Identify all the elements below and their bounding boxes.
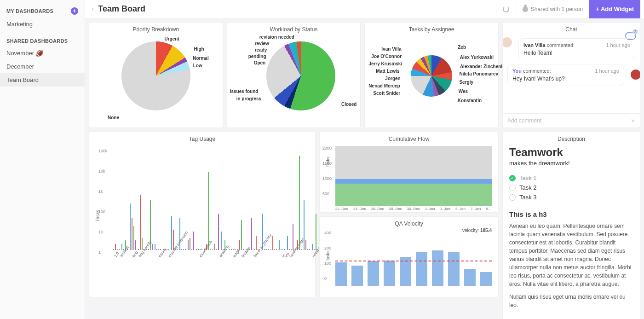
- lbl-wes: Wes: [459, 89, 468, 94]
- xtick: 30. Dec: [407, 207, 420, 211]
- priority-breakdown-card: Priority Breakdown Urgent High Normal Lo…: [89, 22, 223, 128]
- back-button[interactable]: ‹: [89, 6, 96, 12]
- shared-with-button[interactable]: Shared with 1 person: [516, 0, 589, 18]
- sidebar: MY DASHBOARDS + Marketing SHARED DASHBOA…: [0, 0, 85, 319]
- my-dashboards-header: MY DASHBOARDS +: [0, 5, 85, 17]
- refresh-button[interactable]: [496, 0, 516, 18]
- tag-bar: [115, 244, 116, 250]
- ytick: 200: [324, 246, 331, 250]
- lbl-alex: Alex Yurkowski: [460, 55, 494, 60]
- lbl-konst: Konstantin: [458, 98, 482, 103]
- qa-bar: [448, 252, 460, 286]
- ytick: 1000: [322, 176, 332, 181]
- refresh-icon: [503, 6, 509, 12]
- ytick: 100: [98, 209, 105, 214]
- send-icon[interactable]: ➤: [631, 117, 635, 124]
- ytick: 100: [324, 261, 331, 266]
- ytick: 1k: [98, 189, 103, 194]
- task-label: Task 3: [519, 194, 537, 201]
- my-dashboards-label: MY DASHBOARDS: [6, 8, 53, 14]
- checkbox-icon[interactable]: ✓: [509, 175, 516, 181]
- chat-card: Chat Ivan Villa commented:1 hour ago Hel…: [502, 22, 640, 128]
- tag-bar: [133, 226, 134, 250]
- desc-paragraph: Aenean eu leo quam. Pellentesque ornare …: [509, 222, 633, 288]
- tag-bar: [299, 156, 300, 250]
- task-item[interactable]: Task 2: [509, 183, 633, 192]
- tag-bar: [293, 224, 293, 250]
- desc-heading: Teamwork: [509, 146, 633, 159]
- shared-dashboards-header: SHARED DASHBOARDS: [0, 35, 85, 46]
- lbl-jerry: Jerry Krusinski: [368, 61, 402, 66]
- tag-chart: Tasks 100k10k1k100101 1.0anytestbugbug b…: [98, 144, 306, 282]
- task-item[interactable]: ✓Task 1: [509, 173, 633, 183]
- tag-title: Tag Usage: [89, 132, 315, 144]
- workload-status-card: Workload by Status revision needed revie…: [227, 22, 361, 128]
- qa-bar: [416, 252, 427, 286]
- sidebar-item[interactable]: Marketing: [0, 17, 85, 31]
- xtick: 5. Jan: [455, 207, 466, 211]
- lbl-nenad: Nenad Mercep: [368, 83, 400, 88]
- page-title: Team Board: [98, 4, 145, 14]
- qa-title: QA Velocity: [320, 217, 498, 229]
- xtick: 1. Jan: [425, 207, 435, 211]
- tag-bar: [243, 249, 244, 250]
- tag-bar: [138, 249, 139, 250]
- desc-h3: This is a h3: [509, 210, 633, 218]
- main: ‹ Team Board Shared with 1 person + Add …: [85, 0, 644, 319]
- xtick: 7. Jan: [471, 207, 481, 211]
- qa-chart: 4002001000: [335, 231, 492, 286]
- tag-bar: [119, 249, 120, 250]
- add-widget-button[interactable]: + Add Widget: [589, 0, 640, 18]
- lbl-alz: Alexander Zinchenko: [460, 64, 506, 69]
- qa-bar: [368, 261, 379, 286]
- chat-input[interactable]: Add comment ➤: [503, 113, 640, 128]
- qa-velocity-card: QA Velocity velocity: 185.4 Tasks 400200…: [319, 216, 499, 297]
- lbl-ready: ready: [255, 47, 267, 52]
- cumflow-chart: 200015001000500: [335, 146, 492, 206]
- reference-line: [335, 261, 492, 261]
- xtick: 24. Dec: [353, 207, 366, 211]
- ytick: 1: [98, 250, 101, 255]
- chat-time: 1 hour ago: [606, 42, 630, 48]
- cumflow-title: Cumulative Flow: [320, 132, 498, 144]
- sidebar-item[interactable]: November 🏈: [0, 46, 85, 60]
- chat-placeholder: Add comment: [507, 117, 541, 124]
- desc-title: Description: [509, 132, 633, 144]
- tag-bar: [239, 240, 240, 250]
- board: Priority Breakdown Urgent High Normal Lo…: [85, 18, 644, 319]
- priority-pie: [121, 41, 190, 110]
- add-dashboard-button[interactable]: +: [71, 7, 78, 15]
- lbl-open: Open: [254, 60, 266, 65]
- checkbox-icon[interactable]: [509, 185, 516, 191]
- qa-bar: [480, 272, 492, 286]
- cumulative-flow-card: Cumulative Flow Tasks 200015001000500 22…: [319, 132, 499, 213]
- lbl-zeb: Zeb: [458, 45, 466, 50]
- checkbox-icon[interactable]: [509, 194, 516, 201]
- ytick: 10: [98, 230, 103, 234]
- lbl-review: review: [255, 41, 269, 46]
- priority-title: Priority Breakdown: [89, 23, 223, 35]
- task-label: Task 2: [519, 184, 537, 191]
- lbl-progress: in progress: [236, 96, 261, 101]
- sidebar-item[interactable]: Team Board: [0, 73, 85, 87]
- shared-with-label: Shared with 1 person: [531, 6, 583, 12]
- lbl-none: None: [108, 115, 119, 120]
- tag-bar: [130, 203, 131, 250]
- tag-bar: [241, 220, 242, 250]
- lbl-ivan: Ivan Villa: [381, 46, 401, 52]
- ytick: 10k: [98, 169, 105, 174]
- task-label: Task 1: [519, 174, 537, 181]
- ytick: 1500: [322, 161, 332, 166]
- tag-bar: [171, 216, 172, 250]
- tag-bar: [140, 195, 141, 250]
- lbl-sergiy: Sergiy: [459, 80, 473, 85]
- sidebar-item[interactable]: December: [0, 60, 85, 73]
- tag-usage-card: Tag Usage Tasks 100k10k1k100101 1.0anyte…: [89, 132, 316, 297]
- xtick: 26. Dec: [371, 207, 384, 211]
- lbl-normal: Normal: [193, 56, 208, 61]
- lbl-closed: Closed: [341, 102, 356, 107]
- person-icon: [523, 6, 528, 12]
- lbl-low: Low: [193, 63, 202, 68]
- assignee-title: Tasks by Assignee: [365, 23, 498, 35]
- task-item[interactable]: Task 3: [509, 192, 633, 202]
